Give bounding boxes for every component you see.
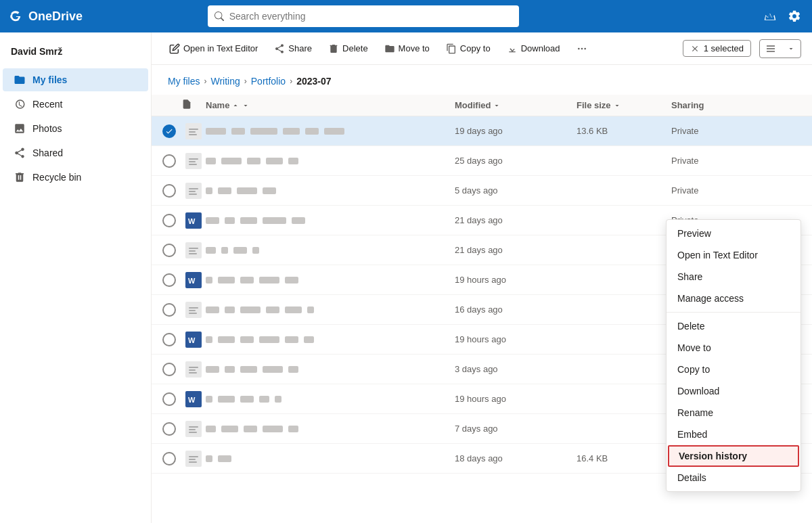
context-menu-item-delete[interactable]: Delete bbox=[667, 315, 800, 337]
redacted-name bbox=[206, 336, 212, 343]
svg-text:W: W bbox=[188, 336, 196, 344]
download-button[interactable]: Download bbox=[500, 39, 567, 58]
context-menu-item-embed[interactable]: Embed bbox=[667, 424, 800, 445]
txt-file-icon bbox=[185, 123, 202, 139]
file-name-cell bbox=[206, 277, 455, 283]
svg-rect-5 bbox=[189, 131, 196, 133]
file-icon-cell: W bbox=[181, 212, 206, 229]
modified-cell: 21 days ago bbox=[455, 245, 577, 255]
file-name-cell bbox=[206, 158, 455, 164]
sidebar-item-recent[interactable]: Recent bbox=[3, 93, 148, 116]
sidebar-item-recent-label: Recent bbox=[32, 99, 62, 110]
checkbox[interactable] bbox=[162, 273, 176, 287]
sidebar-item-shared-label: Shared bbox=[32, 147, 63, 158]
context-menu-item-download[interactable]: Download bbox=[667, 380, 800, 402]
file-icon-cell bbox=[181, 183, 206, 199]
redacted-name bbox=[218, 187, 231, 194]
sharing-cell: Private bbox=[671, 126, 807, 136]
more-button[interactable] bbox=[570, 39, 594, 58]
svg-rect-37 bbox=[189, 429, 196, 430]
svg-rect-30 bbox=[189, 367, 198, 368]
sidebar-item-shared[interactable]: Shared bbox=[3, 141, 148, 164]
breadcrumb-writing[interactable]: Writing bbox=[210, 76, 240, 87]
context-menu-item-rename[interactable]: Rename bbox=[667, 402, 800, 424]
checkbox[interactable] bbox=[162, 303, 176, 317]
checkbox[interactable] bbox=[162, 422, 176, 436]
word-file-icon: W bbox=[185, 391, 202, 407]
check-cell bbox=[157, 452, 181, 465]
svg-rect-8 bbox=[189, 158, 198, 160]
file-icon-cell bbox=[181, 242, 206, 258]
context-menu-item-manage-access[interactable]: Manage access bbox=[667, 288, 800, 309]
modified-cell: 7 days ago bbox=[455, 424, 577, 434]
delete-button[interactable]: Delete bbox=[321, 39, 375, 58]
checkbox[interactable] bbox=[162, 244, 176, 257]
checkbox[interactable] bbox=[162, 184, 176, 198]
redacted-name bbox=[259, 396, 269, 403]
file-name-cell bbox=[206, 396, 455, 403]
copy-to-button[interactable]: Copy to bbox=[439, 39, 497, 58]
sort-down-icon bbox=[242, 101, 250, 110]
svg-rect-36 bbox=[189, 426, 198, 428]
name-col-header[interactable]: Name bbox=[206, 100, 455, 110]
context-menu-item-share[interactable]: Share bbox=[667, 266, 800, 288]
context-menu-item-details[interactable]: Details bbox=[667, 467, 800, 488]
share-button[interactable]: Share bbox=[267, 39, 319, 58]
modified-col-header[interactable]: Modified bbox=[455, 100, 577, 110]
context-menu-item-preview[interactable]: Preview bbox=[667, 223, 800, 244]
breadcrumb-current: 2023-07 bbox=[296, 76, 331, 87]
checkbox[interactable] bbox=[162, 333, 176, 346]
checkbox[interactable] bbox=[162, 392, 176, 406]
checkbox[interactable] bbox=[162, 214, 176, 227]
move-to-button[interactable]: Move to bbox=[378, 39, 436, 58]
selected-badge[interactable]: 1 selected bbox=[683, 40, 751, 57]
check-cell bbox=[157, 214, 181, 227]
redacted-name bbox=[221, 426, 238, 432]
sidebar-user: David Smrž bbox=[0, 41, 151, 68]
app-logo[interactable]: OneDrive bbox=[8, 9, 83, 24]
topbar: OneDrive bbox=[0, 0, 812, 32]
breadcrumb-portfolio[interactable]: Portfolio bbox=[251, 76, 286, 87]
checkbox[interactable] bbox=[162, 452, 176, 465]
file-name-cell bbox=[206, 247, 455, 254]
context-menu-item-move-to[interactable]: Move to bbox=[667, 337, 800, 359]
list-view-button[interactable] bbox=[760, 40, 782, 58]
crown-icon bbox=[763, 9, 777, 23]
folder-icon bbox=[14, 74, 26, 86]
checkbox[interactable] bbox=[162, 363, 176, 376]
sidebar-item-recycle-bin-label: Recycle bin bbox=[32, 172, 81, 183]
file-icon-cell: W bbox=[181, 272, 206, 288]
check-cell bbox=[157, 244, 181, 257]
breadcrumb-my-files[interactable]: My files bbox=[168, 76, 200, 87]
sidebar-item-photos[interactable]: Photos bbox=[3, 117, 148, 140]
settings-button[interactable] bbox=[785, 7, 804, 26]
context-menu-item-version-history[interactable]: Version history bbox=[668, 445, 799, 467]
file-row[interactable]: 25 days agoPrivate bbox=[152, 146, 812, 176]
checkbox[interactable] bbox=[162, 124, 176, 138]
open-text-editor-button[interactable]: Open in Text Editor bbox=[162, 39, 265, 58]
sidebar-item-my-files[interactable]: My files bbox=[3, 68, 148, 91]
chevron-down-button[interactable] bbox=[782, 41, 800, 56]
context-menu-item-open-text-editor[interactable]: Open in Text Editor bbox=[667, 244, 800, 266]
context-menu: PreviewOpen in Text EditorShareManage ac… bbox=[666, 219, 801, 492]
file-row[interactable]: 19 days ago13.6 KBPrivate bbox=[152, 116, 812, 146]
file-icon-cell: W bbox=[181, 391, 206, 407]
search-bar[interactable] bbox=[208, 5, 519, 27]
txt-file-icon bbox=[185, 421, 202, 437]
redacted-name bbox=[304, 336, 314, 343]
premium-button[interactable] bbox=[761, 7, 780, 26]
redacted-name bbox=[206, 247, 216, 254]
redacted-name bbox=[206, 306, 219, 313]
search-input[interactable] bbox=[229, 11, 512, 22]
redacted-name bbox=[285, 306, 302, 313]
context-menu-item-copy-to[interactable]: Copy to bbox=[667, 359, 800, 380]
clock-icon bbox=[14, 98, 26, 110]
checkbox[interactable] bbox=[162, 154, 176, 168]
svg-rect-9 bbox=[189, 161, 196, 162]
file-row[interactable]: 5 days agoPrivate bbox=[152, 176, 812, 206]
redacted-name bbox=[225, 217, 235, 224]
sidebar-item-recycle-bin[interactable]: Recycle bin bbox=[3, 166, 148, 189]
photo-icon bbox=[14, 122, 26, 135]
filesize-col-header[interactable]: File size bbox=[577, 100, 671, 110]
redacted-name bbox=[324, 128, 344, 135]
